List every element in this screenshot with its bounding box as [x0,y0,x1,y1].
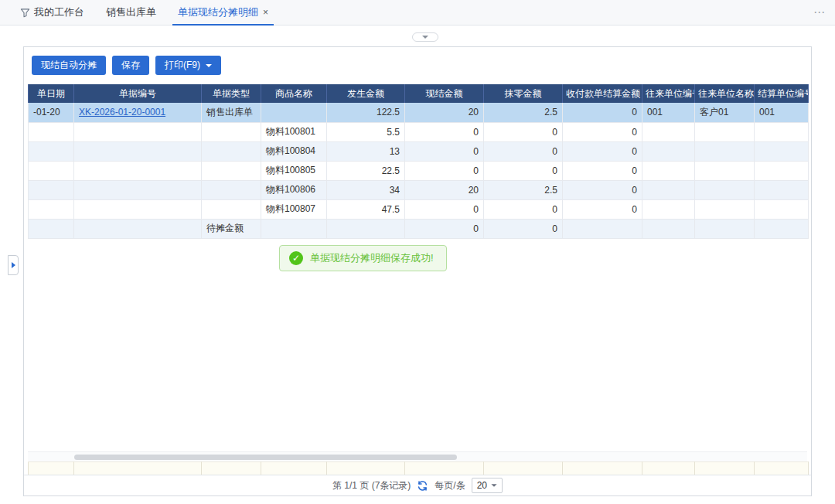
left-panel-toggle[interactable] [8,255,19,275]
summary-row [29,461,809,475]
table-row[interactable]: 物料10080634202.50 [29,180,809,199]
success-toast: ✓ 单据现结分摊明细保存成功! [279,245,447,271]
table-cell [74,180,202,199]
table-cell: 5.5 [327,122,405,141]
save-button[interactable]: 保存 [112,56,149,75]
print-button[interactable]: 打印(F9) [155,56,221,75]
tab-bar: 我的工作台 销售出库单 单据现结分摊明细 × ⋯ [0,0,835,26]
table-cell: 0 [405,161,484,180]
table-cell: 物料100801 [261,122,327,141]
table-cell: 0 [563,103,642,122]
table-cell [642,122,695,141]
table-cell: 34 [327,180,405,199]
summary-cell [202,461,261,475]
table-cell: 0 [484,141,563,161]
table-body: -01-20XK-2026-01-20-0001销售出库单122.5202.50… [29,103,809,238]
table-cell [202,141,261,161]
table-cell: 20 [405,180,484,199]
table-cell [695,199,755,219]
table-cell [642,180,695,199]
column-header[interactable]: 收付款单结算金额 [563,84,642,103]
collapse-toggle[interactable] [412,32,438,42]
table-cell: 待摊金额 [202,219,261,238]
table-row[interactable]: 待摊金额00 [29,219,809,238]
tab-sales-outbound[interactable]: 销售出库单 [95,0,167,25]
table-cell [202,122,261,141]
per-page-select[interactable]: 20 [472,478,503,493]
tab-workbench[interactable]: 我的工作台 [9,0,95,25]
table-row[interactable]: 物料1008015.5000 [29,122,809,141]
grid-area: 单日期单据编号单据类型商品名称发生金额现结金额抹零金额收付款单结算金额往来单位编… [24,84,811,451]
table-cell: XK-2026-01-20-0001 [74,103,202,122]
summary-cell [261,461,327,475]
summary-cell [642,461,695,475]
table-cell [327,219,405,238]
table-cell [755,180,809,199]
column-header[interactable]: 单据类型 [202,84,261,103]
document-number-link[interactable]: XK-2026-01-20-0001 [79,107,165,117]
table-row[interactable]: -01-20XK-2026-01-20-0001销售出库单122.5202.50… [29,103,809,122]
table-cell [695,219,755,238]
table-cell [642,161,695,180]
table-cell: 0 [563,141,642,161]
summary-cell [405,461,484,475]
table-cell [74,122,202,141]
data-grid: 单日期单据编号单据类型商品名称发生金额现结金额抹零金额收付款单结算金额往来单位编… [28,84,809,239]
table-cell: 0 [563,180,642,199]
tab-label: 我的工作台 [34,5,84,19]
table-cell: 0 [484,219,563,238]
column-header[interactable]: 商品名称 [261,84,327,103]
summary-cell [74,461,202,475]
summary-cell [484,461,563,475]
table-cell: 20 [405,103,484,122]
tab-cash-allocation-detail[interactable]: 单据现结分摊明细 × [167,0,279,25]
summary-cell [695,461,755,475]
tab-label: 销售出库单 [106,5,156,19]
table-cell [695,180,755,199]
table-cell: 0 [405,141,484,161]
table-row[interactable]: 物料10080747.5000 [29,199,809,219]
table-cell [202,161,261,180]
column-header[interactable]: 往来单位编号 [642,84,695,103]
table-cell: 0 [405,199,484,219]
table-row[interactable]: 物料10080413000 [29,141,809,161]
refresh-icon[interactable] [417,480,428,492]
column-header[interactable]: 结算单位编号 [755,84,809,103]
column-header[interactable]: 单日期 [29,84,74,103]
tab-close-icon[interactable]: × [263,8,268,17]
table-cell [695,141,755,161]
column-header[interactable]: 抹零金额 [484,84,563,103]
table-cell [695,122,755,141]
workbench-filter-icon [20,8,30,18]
table-cell: 0 [484,161,563,180]
table-cell [74,199,202,219]
column-header[interactable]: 现结金额 [405,84,484,103]
table-cell: 物料100804 [261,141,327,161]
horizontal-scrollbar[interactable] [28,451,807,461]
table-row[interactable]: 物料10080522.5000 [29,161,809,180]
table-cell [74,141,202,161]
summary-cell [327,461,405,475]
summary-grid [28,461,809,475]
auto-allocate-button[interactable]: 现结自动分摊 [32,56,106,75]
column-header[interactable]: 单据编号 [74,84,202,103]
table-cell [755,219,809,238]
table-cell [202,199,261,219]
column-header[interactable]: 发生金额 [327,84,405,103]
table-cell [755,122,809,141]
scrollbar-thumb[interactable] [74,455,457,460]
column-header[interactable]: 往来单位名称 [695,84,755,103]
table-cell [29,199,74,219]
print-button-label: 打印(F9) [165,59,200,72]
table-cell: 0 [563,199,642,219]
toast-message: 单据现结分摊明细保存成功! [310,251,434,265]
chevron-down-icon [206,64,212,67]
summary-strip [24,461,811,475]
more-options-icon[interactable]: ⋯ [813,5,826,19]
chevron-right-icon [12,262,15,268]
table-cell: 0 [563,161,642,180]
table-cell: 0 [563,122,642,141]
per-page-label: 每页/条 [435,479,465,492]
table-cell: 物料100805 [261,161,327,180]
page-info: 第 1/1 页 (7条记录) [332,479,411,492]
